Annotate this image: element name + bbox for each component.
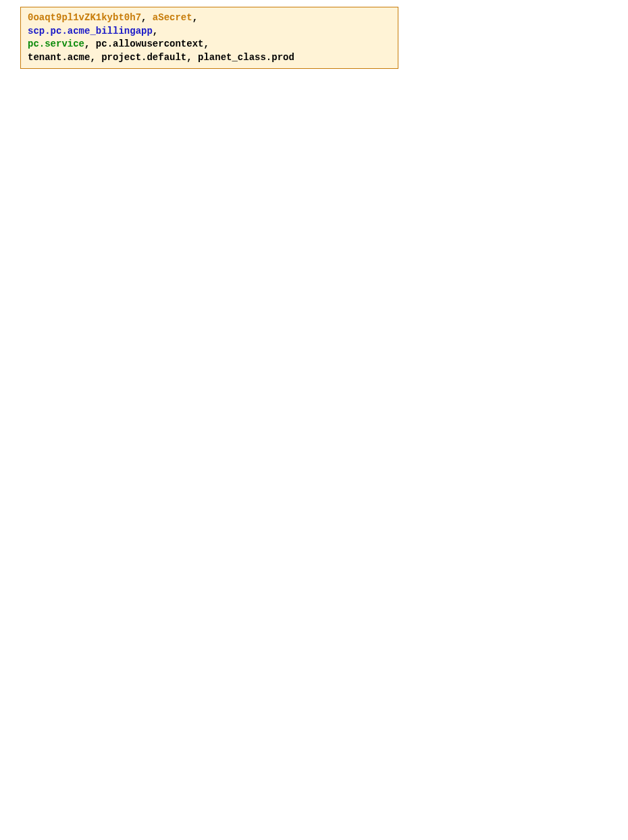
scope-usercontext: pc.allowusercontext: [96, 38, 204, 49]
scope-tenant: tenant.acme, project.default, planet_cla…: [28, 52, 294, 63]
client-id: 0oaqt9pl1vZK1kybt0h7: [28, 12, 141, 23]
scope-billingapp: scp.pc.acme_billingapp: [28, 26, 153, 36]
client-secret: aSecret: [153, 12, 192, 23]
credentials-box: 0oaqt9pl1vZK1kybt0h7, aSecret, scp.pc.ac…: [20, 7, 398, 69]
scope-service: pc.service: [28, 38, 84, 49]
